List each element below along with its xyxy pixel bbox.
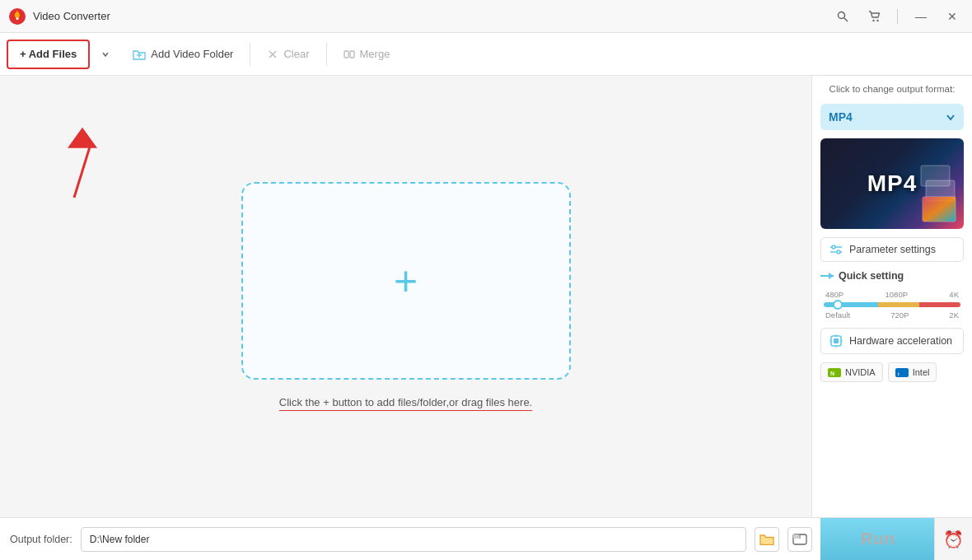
toolbar: + Add Files Add Video Folder Clear Merge: [0, 33, 972, 76]
browse-folder-button[interactable]: [755, 527, 779, 552]
format-thumbnail-label: MP4: [867, 170, 918, 197]
quality-labels-top: 480P 1080P 4K: [824, 290, 960, 299]
bottom-bar: Output folder: Run ⏰: [0, 517, 972, 560]
nvidia-button[interactable]: N NVIDIA: [820, 362, 883, 382]
alarm-button[interactable]: ⏰: [934, 518, 972, 561]
gpu-row: N NVIDIA i Intel: [820, 362, 964, 382]
toolbar-separator-2: [326, 43, 327, 66]
format-thumbnail-images: [919, 164, 960, 226]
svg-rect-8: [350, 51, 354, 58]
cart-button[interactable]: [862, 5, 886, 28]
param-settings-label: Parameter settings: [849, 244, 936, 255]
close-icon: ✕: [947, 10, 957, 23]
app-title: Video Converter: [33, 10, 110, 22]
drop-area[interactable]: + Click the + button to add files/folder…: [0, 76, 811, 517]
format-dropdown-icon: [946, 113, 956, 121]
intel-button[interactable]: i Intel: [888, 362, 937, 382]
quality-slider-track: [824, 302, 960, 307]
nvidia-label: NVIDIA: [845, 367, 876, 377]
search-icon: [837, 11, 848, 22]
format-name: MP4: [829, 110, 853, 124]
add-folder-dropdown-button[interactable]: [90, 40, 121, 69]
drop-hint-text: Click the + button to add files/folder,o…: [279, 396, 532, 411]
add-folder-button[interactable]: Add Video Folder: [121, 40, 245, 69]
intel-label: Intel: [913, 367, 930, 377]
format-thumbnail: MP4: [820, 138, 964, 229]
drop-zone[interactable]: +: [241, 182, 571, 380]
svg-point-4: [876, 19, 878, 21]
quality-labels-bottom: Default 720P 2K: [824, 310, 960, 320]
merge-label: Merge: [360, 48, 390, 60]
app-icon: [8, 7, 26, 26]
title-bar-separator: [897, 9, 898, 24]
merge-icon: [343, 49, 355, 60]
toolbar-separator-1: [250, 43, 250, 66]
nvidia-icon: N: [828, 368, 841, 377]
add-files-label: + Add Files: [20, 48, 77, 60]
clear-button[interactable]: Clear: [255, 40, 320, 69]
svg-text:N: N: [830, 371, 834, 376]
close-button[interactable]: ✕: [941, 5, 964, 28]
svg-line-2: [844, 17, 848, 21]
output-path-input[interactable]: [81, 527, 746, 552]
add-files-button[interactable]: + Add Files: [7, 40, 90, 69]
intel-icon: i: [895, 368, 909, 377]
svg-rect-22: [834, 338, 839, 343]
run-label: Run: [861, 530, 895, 548]
hw-accel-icon: [829, 334, 843, 348]
hw-accel-label: Hardware acceleration: [849, 335, 952, 347]
format-selector[interactable]: MP4: [820, 104, 964, 130]
cart-icon: [868, 11, 881, 22]
right-panel: Click to change output format: MP4 MP4: [811, 76, 972, 517]
hardware-acceleration-button[interactable]: Hardware acceleration: [820, 328, 964, 354]
browse-folder-icon: [759, 533, 774, 545]
clear-label: Clear: [283, 48, 309, 60]
alarm-icon: ⏰: [943, 530, 964, 549]
quick-setting-label: Quick setting: [820, 270, 964, 282]
title-bar: Video Converter — ✕: [0, 0, 972, 33]
drop-zone-plus-icon: +: [394, 260, 418, 301]
parameter-settings-button[interactable]: Parameter settings: [820, 237, 964, 262]
title-bar-right: — ✕: [831, 5, 964, 28]
snapshot-icon: [792, 533, 807, 545]
search-button[interactable]: [831, 5, 854, 28]
dropdown-arrow-icon: [101, 50, 110, 58]
output-folder-label: Output folder:: [10, 534, 72, 545]
svg-point-18: [837, 250, 840, 254]
add-folder-label: Add Video Folder: [151, 48, 233, 60]
title-bar-left: Video Converter: [8, 7, 110, 26]
svg-rect-7: [344, 51, 348, 58]
svg-point-1: [839, 12, 845, 18]
quick-setting-icon: [820, 271, 834, 281]
quality-slider[interactable]: 480P 1080P 4K Default 720P 2K: [820, 290, 964, 320]
param-settings-icon: [829, 244, 843, 255]
svg-text:i: i: [898, 371, 900, 376]
svg-point-3: [872, 19, 874, 21]
folder-icon: [133, 49, 146, 60]
clear-icon: [267, 49, 278, 60]
minimize-button[interactable]: —: [909, 5, 932, 28]
quality-slider-thumb[interactable]: [833, 300, 843, 310]
svg-marker-20: [829, 273, 834, 279]
snapshot-button[interactable]: [787, 527, 812, 552]
minimize-icon: —: [915, 10, 927, 23]
svg-rect-14: [923, 197, 956, 222]
run-button[interactable]: Run: [820, 518, 936, 561]
svg-point-17: [832, 245, 835, 249]
svg-rect-30: [793, 534, 799, 539]
merge-button[interactable]: Merge: [332, 40, 402, 69]
main-content: + Click the + button to add files/folder…: [0, 76, 972, 517]
output-format-label: Click to change output format:: [820, 84, 964, 94]
